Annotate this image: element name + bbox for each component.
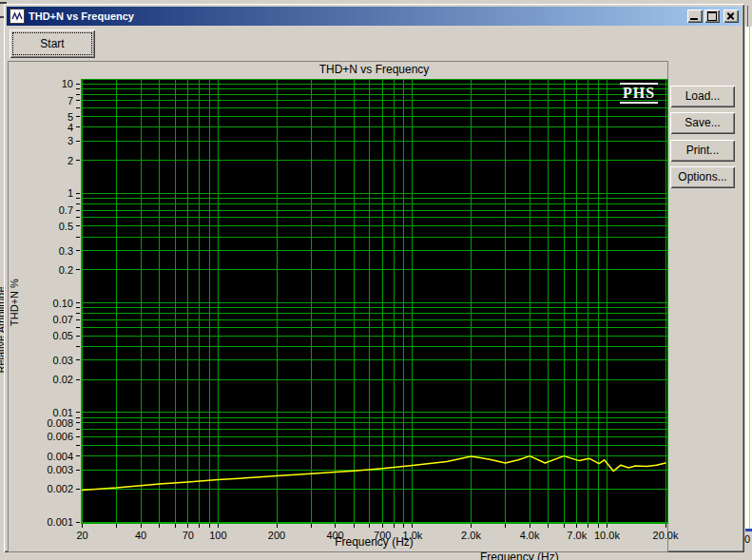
app-window: THD+N vs Frequency Start THD+N vs Freque… xyxy=(4,4,744,552)
y-tick-label: 0.03 xyxy=(53,355,73,366)
minimize-button[interactable] xyxy=(687,10,703,23)
window-waveform-icon xyxy=(10,9,25,24)
start-button[interactable]: Start xyxy=(10,29,95,58)
y-tick-label: 0.05 xyxy=(53,330,73,341)
background-gridline-fragment xyxy=(749,27,750,529)
y-tick-label: 10 xyxy=(62,78,73,89)
print-button[interactable]: Print... xyxy=(670,140,735,162)
background-tick-label-fragment: 0 xyxy=(744,533,750,545)
y-tick-label: 0.3 xyxy=(59,245,73,257)
y-tick-label: 3 xyxy=(67,135,73,146)
plot-svg: 2040701002004007001.0k2.0k4.0k7.0k10.0k2… xyxy=(9,62,667,551)
y-axis-title: THD+N % xyxy=(9,245,22,359)
load-button[interactable]: Load... xyxy=(670,86,735,107)
phs-logo: PHS xyxy=(620,83,658,104)
y-tick-label: 0.003 xyxy=(47,464,73,475)
y-tick-label: 7 xyxy=(67,95,73,106)
maximize-button[interactable] xyxy=(704,10,720,23)
y-tick-label: 0.008 xyxy=(47,417,73,429)
background-curve-fragment xyxy=(745,529,752,531)
chart-panel: THD+N vs Frequency 2040701002004007001.0… xyxy=(8,61,668,552)
y-tick-label: 0.001 xyxy=(47,516,73,528)
save-button[interactable]: Save... xyxy=(670,112,735,134)
y-tick-label: 0.02 xyxy=(53,374,73,385)
y-tick-label: 0.07 xyxy=(53,314,73,325)
y-tick-label: 0.002 xyxy=(47,483,73,494)
options-button[interactable]: Options... xyxy=(670,166,735,188)
y-tick-label: 1 xyxy=(67,187,73,199)
window-title: THD+N vs Frequency xyxy=(29,10,685,22)
y-tick-label: 0.10 xyxy=(53,298,73,309)
y-tick-label: 0.006 xyxy=(47,431,73,442)
y-tick-label: 0.5 xyxy=(59,221,73,232)
x-axis-title: Frequency (Hz) xyxy=(81,535,667,549)
screen: { "background_window": { "left_axis_labe… xyxy=(0,0,752,560)
maximize-icon xyxy=(707,11,717,21)
close-icon xyxy=(725,11,736,20)
close-button[interactable] xyxy=(723,10,739,23)
y-tick-label: 2 xyxy=(67,155,73,166)
y-tick-label: 0.004 xyxy=(47,451,73,462)
titlebar[interactable]: THD+N vs Frequency xyxy=(7,7,742,26)
y-tick-label: 0.2 xyxy=(59,264,73,276)
y-tick-label: 4 xyxy=(67,122,73,133)
y-tick-label: 0.7 xyxy=(59,204,73,216)
background-window-border-fragment xyxy=(747,6,748,27)
window-controls xyxy=(685,10,739,23)
minimize-icon xyxy=(690,18,698,20)
